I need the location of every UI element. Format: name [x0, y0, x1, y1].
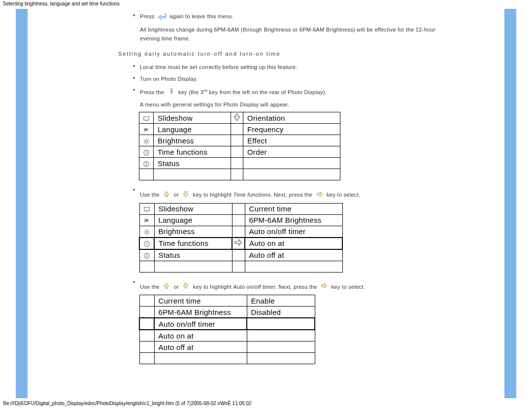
menu-right-label [243, 169, 340, 180]
text-use-the: Use the [140, 284, 161, 290]
table-row: Auto on at [139, 330, 315, 342]
svg-rect-3 [170, 93, 172, 93]
menu-right-label: Enable [247, 295, 315, 307]
menu-right-label [243, 158, 340, 169]
menu-arrow-cell [231, 124, 243, 135]
menu-arrow-cell [232, 203, 245, 214]
menu-left-label: Auto off at [154, 342, 247, 353]
text-press: Press [140, 13, 155, 19]
table-row: SlideshowOrientation [139, 112, 340, 124]
menu-left-label [154, 353, 247, 364]
menu-left-label: Auto on/off timer [154, 318, 247, 330]
menu-left-label: 6PM-6AM Brightness [154, 307, 247, 318]
table-row: 6PM-6AM BrightnessDisabled [139, 307, 315, 318]
svg-rect-4 [144, 116, 149, 120]
doc-header: Selecting brightness, language and set t… [0, 0, 532, 7]
text-press-the: Press the [140, 89, 166, 95]
menu-arrow-cell [232, 261, 245, 272]
menu-row-icon [139, 214, 154, 226]
content-area: Press again to leave this menu. All brig… [133, 12, 448, 370]
table-row: BrightnessEffect [139, 135, 340, 146]
menu-left-label: Time functions [154, 238, 232, 249]
bullet-turn-on: Turn on Photo Display. [133, 74, 448, 83]
bullet-dot [133, 189, 135, 191]
menu-row-icon [139, 226, 154, 238]
svg-line-29 [148, 230, 149, 231]
text-to-select: key to select. [327, 192, 360, 198]
menu-right-label [247, 353, 315, 364]
text-auto-timer-italic: Auto on/off timer. [233, 284, 277, 290]
text-highlight-b: Next, press the [274, 192, 314, 198]
text-again-leave: again to leave this menu. [169, 13, 233, 19]
menu-arrow-cell [231, 158, 243, 169]
menu-right-label: Current time [245, 203, 342, 214]
svg-line-12 [148, 143, 148, 143]
right-side-bar [504, 9, 516, 398]
bullet-nav-auto-timer: Use the or key to highlight Auto on/off … [133, 278, 448, 292]
text-to-select: key to select. [332, 284, 365, 290]
menu-left-label: Current time [154, 295, 247, 307]
svg-rect-33 [146, 255, 147, 257]
text-or: or [174, 192, 181, 198]
menu-right-label: Auto off at [245, 249, 342, 261]
bullet-nav-time-functions: Use the or key to highlight Time functio… [133, 186, 448, 200]
svg-line-13 [144, 143, 145, 143]
svg-rect-19 [144, 207, 150, 211]
menu-table-1: SlideshowOrientationLanguageFrequencyBri… [139, 112, 340, 180]
bullet-local-time: Local time must be set correctly before … [133, 63, 448, 71]
menu-right-label: Order [243, 146, 340, 158]
menu-left-label: Status [154, 158, 231, 169]
menu-arrow-cell [231, 135, 243, 146]
menu-arrow-cell [232, 214, 245, 226]
menu-left-label: Slideshow [154, 112, 231, 124]
table-row: SlideshowCurrent time [139, 203, 342, 214]
text-key-desc-a: key (the 3 [178, 89, 203, 95]
menu-row-icon [139, 318, 154, 330]
table-row: LanguageFrequency [139, 124, 340, 135]
table-row: Auto on/off timer [139, 318, 315, 330]
right-arrow-icon [316, 191, 324, 200]
table-row: BrightnessAuto on/off timer [139, 226, 342, 238]
bullet-press-back: Press again to leave this menu. All brig… [133, 12, 448, 43]
menu-left-label: Language [154, 124, 231, 135]
menu-right-label: Effect [243, 135, 340, 146]
text-menu-appear: A menu with general settings for Photo D… [140, 100, 448, 109]
text-or: or [174, 284, 181, 290]
back-arrow-icon [158, 12, 166, 22]
text-highlight-b: Next, press the [279, 284, 319, 290]
menu-arrow-cell [231, 146, 243, 158]
table-row: StatusAuto off at [139, 249, 342, 261]
text-highlight-a: key to highlight [193, 284, 233, 290]
bullet-dot [133, 281, 135, 283]
svg-line-26 [145, 230, 145, 231]
menu-left-label [154, 169, 231, 180]
svg-rect-2 [170, 91, 172, 92]
menu-right-label: Auto on at [245, 238, 342, 249]
table-row [139, 353, 315, 364]
svg-rect-32 [146, 254, 147, 255]
svg-rect-5 [145, 120, 147, 121]
menu-left-label: Slideshow [154, 203, 232, 214]
menu-right-label: Orientation [243, 112, 340, 124]
table-row: Status [139, 158, 340, 169]
menu-row-icon [139, 330, 154, 342]
menu-row-icon [139, 146, 154, 158]
up-arrow-icon [163, 191, 170, 200]
menu-left-label: Time functions [154, 146, 231, 158]
text-key-desc-b: key from the left on the rear of Photo D… [207, 89, 327, 95]
text-local-time: Local time must be set correctly before … [140, 64, 297, 70]
tool-key-icon [167, 88, 175, 97]
section-title: Setting daily automatic turn-off and tur… [118, 51, 448, 57]
svg-rect-18 [146, 164, 147, 166]
menu-row-icon [139, 342, 154, 353]
footer-path: file:///D|/EDFU/Digital_photo_Display/ed… [3, 401, 252, 406]
menu-arrow-cell [232, 249, 245, 261]
menu-right-label: 6PM-6AM Brightness [245, 214, 342, 226]
menu-right-label: Frequency [243, 124, 340, 135]
menu-row-icon [139, 112, 154, 124]
down-arrow-icon [182, 191, 190, 200]
menu-row-icon [139, 203, 154, 214]
text-use-the: Use the [140, 192, 161, 198]
svg-rect-17 [146, 162, 147, 163]
menu-arrow-cell [231, 169, 243, 180]
